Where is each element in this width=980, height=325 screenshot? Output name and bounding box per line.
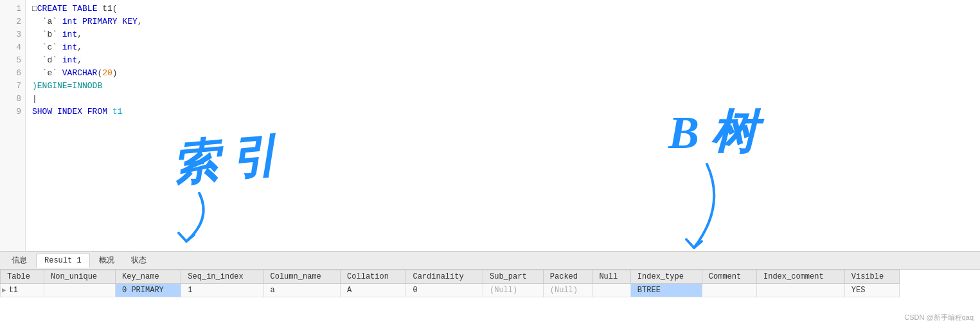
table-row: ▶t1 0 PRIMARY 1 a A 0 (Null) (Null) BTRE… (1, 284, 900, 297)
col-header-null: Null (592, 270, 630, 284)
col-header-non-unique: Non_unique (44, 270, 116, 284)
bottom-panel: 信息 Result 1 概况 状态 Table Non_unique Key_n… (0, 251, 980, 325)
col-header-column-name: Column_name (263, 270, 341, 284)
code-text[interactable]: □CREATE TABLE t1( `a` int PRIMARY KEY, `… (26, 0, 980, 251)
cell-non-unique (44, 284, 116, 297)
watermark: CSDN @新手编程qaq (904, 313, 974, 322)
col-header-key-name: Key_name (115, 270, 181, 284)
tabs-bar: 信息 Result 1 概况 状态 (0, 252, 980, 270)
tab-info[interactable]: 信息 (4, 253, 35, 268)
col-header-comment: Comment (702, 270, 756, 284)
col-header-index-comment: Index_comment (757, 270, 845, 284)
col-header-packed: Packed (543, 270, 592, 284)
col-header-seq-in-index: Seq_in_index (181, 270, 263, 284)
col-header-cardinality: Cardinality (406, 270, 483, 284)
cell-sub-part: (Null) (483, 284, 544, 297)
result-table-area[interactable]: Table Non_unique Key_name Seq_in_index C… (0, 270, 980, 325)
col-header-visible: Visible (844, 270, 899, 284)
col-header-collation: Collation (341, 270, 406, 284)
cell-index-type: BTREE (630, 284, 702, 297)
cell-packed: (Null) (543, 284, 592, 297)
cell-indicator: ▶t1 (1, 284, 44, 297)
cell-cardinality: 0 (406, 284, 483, 297)
cell-null (592, 284, 630, 297)
cell-comment (702, 284, 756, 297)
tab-status[interactable]: 状态 (123, 253, 154, 268)
result-table: Table Non_unique Key_name Seq_in_index C… (0, 270, 900, 297)
tab-overview[interactable]: 概况 (91, 253, 122, 268)
cell-visible: YES (844, 284, 899, 297)
cell-seq-in-index: 1 (181, 284, 263, 297)
cell-column-name: a (263, 284, 341, 297)
tab-result1[interactable]: Result 1 (36, 254, 90, 268)
table-header-row: Table Non_unique Key_name Seq_in_index C… (1, 270, 900, 284)
cell-collation: A (341, 284, 406, 297)
col-header-index-type: Index_type (630, 270, 702, 284)
cell-index-comment (757, 284, 845, 297)
code-editor[interactable]: 1 2 3 4 5 6 7 8 9 □CREATE TABLE t1( `a` … (0, 0, 980, 251)
line-numbers: 1 2 3 4 5 6 7 8 9 (0, 0, 26, 251)
cell-key-name: 0 PRIMARY (115, 284, 181, 297)
col-header-sub-part: Sub_part (483, 270, 544, 284)
col-header-table: Table (1, 270, 44, 284)
